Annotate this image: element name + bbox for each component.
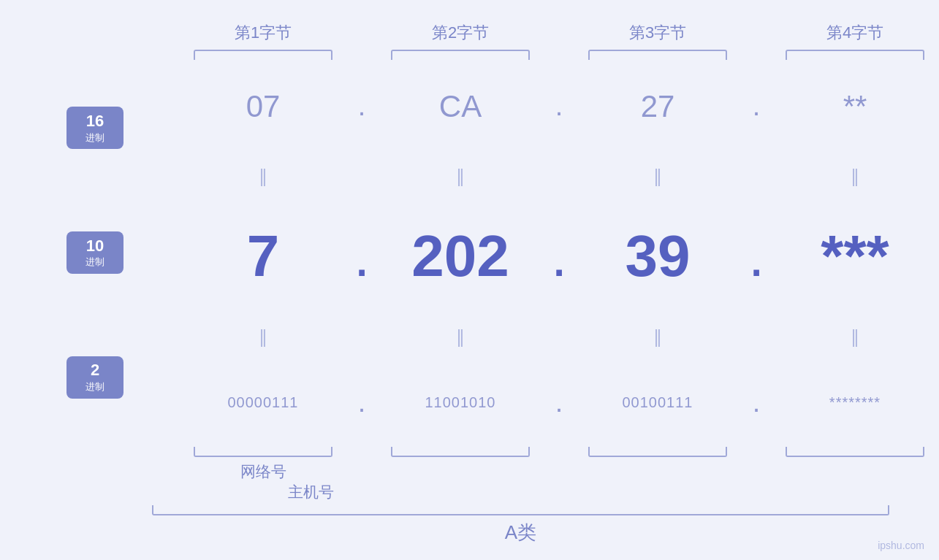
byte-2-hex: CA [439, 77, 482, 136]
byte-3-eq1: ‖ [653, 163, 662, 189]
bottom-bracket-2 [391, 447, 530, 457]
byte-1-col: 07 ‖ 7 ‖ 00000111 [183, 60, 343, 445]
byte-4-bin: ******** [829, 377, 881, 428]
byte-2-bin: 11001010 [425, 377, 496, 428]
byte-2-col: CA ‖ 202 ‖ 11001010 [380, 60, 541, 445]
host-label: 主机号 [44, 482, 577, 502]
large-bottom-bracket [152, 505, 889, 515]
row-label-dec: 10 进制 [66, 231, 123, 274]
byte-4-col: ** ‖ *** ‖ ******** [775, 60, 935, 445]
byte-4-eq1: ‖ [851, 163, 859, 189]
col-header-1: 第1字节 [183, 22, 343, 44]
dot-sep-2: . . . [541, 60, 577, 445]
byte-1-bin: 00000111 [228, 377, 299, 428]
network-label: 网络号 [183, 461, 343, 482]
byte-1-dec: 7 [247, 216, 280, 296]
top-bracket-2 [391, 50, 530, 60]
class-label: A类 [146, 520, 895, 545]
footer-text: ipshu.com [878, 540, 924, 551]
byte-4-hex: ** [843, 77, 867, 136]
byte-4-eq2: ‖ [851, 323, 859, 350]
dot-sep-1: . . . [343, 60, 380, 445]
byte-2-eq1: ‖ [456, 163, 465, 189]
col-header-3: 第3字节 [577, 22, 738, 44]
row-label-bin: 2 进制 [66, 356, 123, 399]
byte-4-dec: *** [821, 216, 889, 296]
byte-1-eq1: ‖ [259, 163, 267, 189]
top-bracket-4 [786, 50, 924, 60]
bottom-bracket-1 [194, 447, 332, 457]
dot-sep-3: . . . [738, 60, 775, 445]
byte-3-bin: 00100111 [623, 377, 693, 428]
main-container: 第1字节 第2字节 第3字节 第4字节 16 进制 [0, 0, 939, 560]
bottom-bracket-3 [588, 447, 727, 457]
row-label-hex: 16 进制 [66, 107, 123, 149]
col-header-2: 第2字节 [380, 22, 541, 44]
byte-3-hex: 27 [641, 77, 675, 136]
col-header-4: 第4字节 [775, 22, 935, 44]
byte-2-eq2: ‖ [456, 323, 465, 350]
top-bracket-1 [194, 50, 332, 60]
byte-3-col: 27 ‖ 39 ‖ 00100111 [577, 60, 738, 445]
byte-1-eq2: ‖ [259, 323, 267, 350]
byte-1-hex: 07 [246, 77, 281, 136]
top-bracket-3 [588, 50, 727, 60]
byte-2-dec: 202 [411, 216, 509, 296]
bottom-bracket-4 [786, 447, 924, 457]
byte-3-eq2: ‖ [653, 323, 662, 350]
byte-3-dec: 39 [626, 216, 691, 296]
